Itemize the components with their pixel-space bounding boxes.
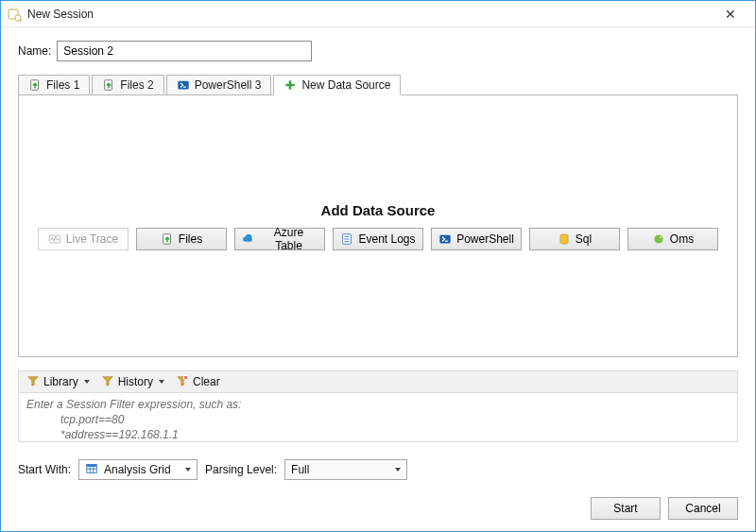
clear-label: Clear xyxy=(193,375,220,388)
placeholder-line: Enter a Session Filter expression, such … xyxy=(26,397,730,412)
powershell-button[interactable]: PowerShell xyxy=(431,228,522,250)
filter-toolbar: Library History Clear xyxy=(18,370,738,393)
azure-cloud-icon xyxy=(241,232,254,246)
button-label: Sql xyxy=(576,232,592,246)
placeholder-line: tcp.port==80 xyxy=(26,412,730,427)
sql-button[interactable]: Sql xyxy=(529,228,620,250)
dialog-buttons: Start Cancel xyxy=(18,486,738,520)
tab-files-2[interactable]: Files 2 xyxy=(92,75,163,95)
grid-icon xyxy=(85,462,98,478)
session-icon xyxy=(7,7,22,22)
tab-label: Files 1 xyxy=(46,78,79,92)
powershell-icon xyxy=(438,232,452,246)
library-dropdown[interactable]: Library xyxy=(26,374,90,390)
azure-table-button[interactable]: Azure Table xyxy=(234,228,325,250)
live-trace-icon xyxy=(48,232,61,246)
start-with-label: Start With: xyxy=(18,463,71,476)
name-row: Name: xyxy=(18,41,738,61)
files-button[interactable]: Files xyxy=(136,228,227,250)
button-label: Files xyxy=(179,232,202,246)
files-up-icon xyxy=(161,232,174,246)
tab-label: Files 2 xyxy=(120,78,153,92)
files-up-icon xyxy=(28,78,42,92)
parsing-level-value: Full xyxy=(291,463,309,476)
funnel-icon xyxy=(101,374,114,390)
live-trace-button: Live Trace xyxy=(38,228,129,250)
button-label: PowerShell xyxy=(456,232,514,246)
event-logs-icon xyxy=(340,232,353,246)
clear-button[interactable]: Clear xyxy=(176,374,220,390)
plus-icon xyxy=(284,78,297,92)
chevron-down-icon xyxy=(395,468,401,472)
parsing-level-label: Parsing Level: xyxy=(205,463,277,476)
placeholder-line: *address==192.168.1.1 xyxy=(26,427,730,442)
chevron-down-icon xyxy=(84,380,90,384)
powershell-icon xyxy=(177,78,190,92)
oms-icon xyxy=(652,232,665,246)
funnel-icon xyxy=(26,374,40,390)
close-icon: ✕ xyxy=(725,7,736,22)
window-title: New Session xyxy=(27,8,94,21)
start-button[interactable]: Start xyxy=(591,497,661,520)
library-label: Library xyxy=(43,375,78,388)
tab-new-data-source[interactable]: New Data Source xyxy=(273,75,401,95)
tab-files-1[interactable]: Files 1 xyxy=(18,75,90,95)
start-with-value: Analysis Grid xyxy=(104,463,171,476)
button-label: Event Logs xyxy=(358,232,415,246)
button-label: Live Trace xyxy=(66,232,118,246)
oms-button[interactable]: Oms xyxy=(627,228,718,250)
name-label: Name: xyxy=(18,44,51,58)
funnel-clear-icon xyxy=(176,374,189,390)
new-session-window: New Session ✕ Name: Files 1 Files 2 Powe… xyxy=(0,0,756,532)
data-source-buttons: Live Trace Files Azure Table Event Logs xyxy=(19,228,737,250)
tab-label: PowerShell 3 xyxy=(195,78,262,92)
sql-icon xyxy=(558,232,571,246)
chevron-down-icon xyxy=(159,380,164,384)
history-dropdown[interactable]: History xyxy=(101,374,164,390)
history-label: History xyxy=(118,375,153,388)
options-row: Start With: Analysis Grid Parsing Level:… xyxy=(18,459,738,480)
tab-powershell-3[interactable]: PowerShell 3 xyxy=(166,75,272,95)
files-up-icon xyxy=(102,78,115,92)
start-with-dropdown[interactable]: Analysis Grid xyxy=(78,459,198,480)
parsing-level-dropdown[interactable]: Full xyxy=(284,459,407,480)
cancel-button[interactable]: Cancel xyxy=(668,497,738,520)
titlebar: New Session ✕ xyxy=(1,1,755,27)
tabs: Files 1 Files 2 PowerShell 3 New Data So… xyxy=(18,75,738,95)
chevron-down-icon xyxy=(185,468,191,472)
button-label: Azure Table xyxy=(259,226,318,252)
close-button[interactable]: ✕ xyxy=(712,3,749,26)
session-name-input[interactable] xyxy=(57,41,312,61)
data-source-panel: Add Data Source Live Trace Files Azure T… xyxy=(18,94,738,357)
filter-expression-input[interactable]: Enter a Session Filter expression, such … xyxy=(18,393,738,442)
event-logs-button[interactable]: Event Logs xyxy=(333,228,423,250)
content-area: Name: Files 1 Files 2 PowerShell 3 New D… xyxy=(1,27,755,531)
tab-label: New Data Source xyxy=(301,78,390,92)
add-data-source-title: Add Data Source xyxy=(19,202,737,218)
button-label: Oms xyxy=(670,232,694,246)
